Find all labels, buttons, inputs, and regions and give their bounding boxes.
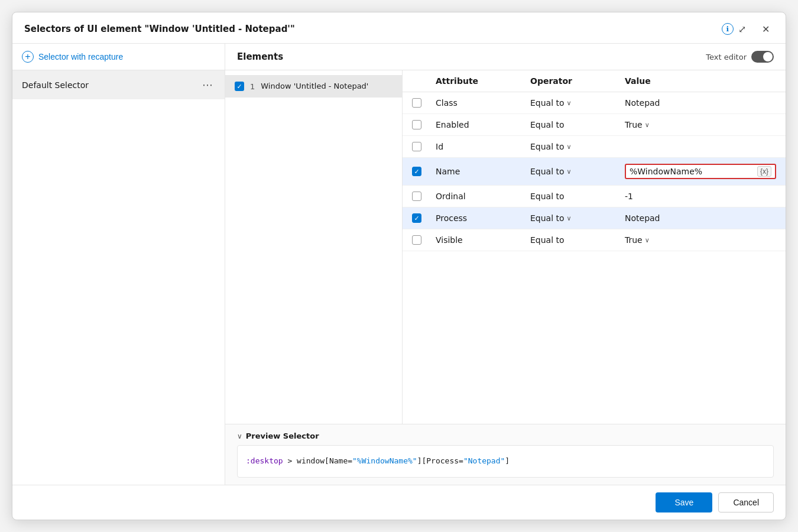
text-editor-section: Text editor <box>706 51 774 63</box>
checkbox-visible[interactable] <box>412 235 421 245</box>
attr-operator-name: Equal to ∨ <box>530 167 625 176</box>
preview-label: Preview Selector <box>246 432 319 440</box>
code-name-attr: Name <box>329 456 348 465</box>
attr-value-name: %WindowName% {x} <box>625 164 776 179</box>
close-button[interactable]: ✕ <box>757 21 774 37</box>
dialog: Selectors of UI element "Window 'Untitle… <box>12 12 786 520</box>
right-panel: Elements Text editor ✓ 1 Wind <box>225 44 786 485</box>
attr-value-ordinal: -1 <box>625 192 776 201</box>
attr-operator-id: Equal to ∨ <box>530 142 625 151</box>
selector-item[interactable]: Default Selector ⋯ <box>12 70 225 99</box>
tree-item-num: 1 <box>250 82 255 91</box>
checkbox-id[interactable] <box>412 142 421 151</box>
title-bar: Selectors of UI element "Window 'Untitle… <box>12 12 786 44</box>
attr-operator-class: Equal to ∨ <box>530 98 625 108</box>
code-name-val: "%WindowName%" <box>352 456 417 465</box>
attr-value-visible: True ∨ <box>625 235 776 245</box>
checkbox-ordinal[interactable] <box>412 192 421 201</box>
preview-code: :desktop > window[Name="%WindowName%"][P… <box>246 452 765 471</box>
code-window: window <box>297 456 325 465</box>
name-value-container: %WindowName% {x} <box>625 164 776 179</box>
header-value: Value <box>625 76 776 86</box>
tree-item[interactable]: ✓ 1 Window 'Untitled - Notepad' <box>225 75 402 98</box>
attr-name-visible: Visible <box>436 235 530 245</box>
save-button[interactable]: Save <box>656 492 712 512</box>
attr-operator-visible: Equal to <box>530 235 625 245</box>
attr-row-visible: Visible Equal to True ∨ <box>403 229 786 251</box>
attr-value-class: Notepad <box>625 98 776 108</box>
code-process-val: "Notepad" <box>463 456 505 465</box>
tree-checkbox[interactable]: ✓ <box>235 82 244 91</box>
attr-name-class: Class <box>436 98 530 108</box>
attr-name-enabled: Enabled <box>436 120 530 129</box>
chevron-down-icon[interactable]: ∨ <box>567 168 572 176</box>
chevron-down-icon[interactable]: ∨ <box>645 236 650 244</box>
attributes-table: Attribute Operator Value Class Equal to … <box>403 70 786 424</box>
title-actions: ⤢ ✕ <box>734 21 774 37</box>
attr-row-ordinal: Ordinal Equal to -1 <box>403 186 786 207</box>
plus-icon: + <box>22 51 34 63</box>
tree-item-label: Window 'Untitled - Notepad' <box>261 81 368 92</box>
elements-attributes: ✓ 1 Window 'Untitled - Notepad' Attribut… <box>225 70 786 424</box>
attr-value-process: Notepad <box>625 213 776 223</box>
checkbox-process[interactable] <box>412 213 421 223</box>
check-icon: ✓ <box>236 83 242 90</box>
selector-item-label: Default Selector <box>22 80 89 90</box>
code-process-attr: Process <box>426 456 459 465</box>
text-editor-label: Text editor <box>706 53 747 61</box>
add-selector-label: Selector with recapture <box>38 52 123 61</box>
attributes-header: Attribute Operator Value <box>403 70 786 92</box>
elements-label: Elements <box>237 51 283 62</box>
checkbox-enabled[interactable] <box>412 120 421 129</box>
attr-name-ordinal: Ordinal <box>436 192 530 201</box>
checkbox-name[interactable] <box>412 167 421 176</box>
attr-row-process: Process Equal to ∨ Notepad <box>403 207 786 229</box>
chevron-down-icon[interactable]: ∨ <box>645 121 650 129</box>
chevron-down-icon[interactable]: ∨ <box>567 143 572 151</box>
chevron-down-icon[interactable]: ∨ <box>567 215 572 222</box>
preview-box: :desktop > window[Name="%WindowName%"][P… <box>237 445 774 478</box>
footer: Save Cancel <box>12 485 786 520</box>
toggle-knob <box>763 52 773 61</box>
left-panel: + Selector with recapture Default Select… <box>12 44 225 485</box>
attr-row-id: Id Equal to ∨ <box>403 136 786 158</box>
chevron-down-icon[interactable]: ∨ <box>567 99 572 107</box>
three-dots-menu[interactable]: ⋯ <box>200 77 215 92</box>
preview-chevron-icon: ∨ <box>237 432 242 440</box>
info-icon[interactable]: ℹ <box>722 23 734 35</box>
variable-picker-button[interactable]: {x} <box>757 166 771 177</box>
cancel-button[interactable]: Cancel <box>718 492 774 512</box>
attr-name-process: Process <box>436 213 530 223</box>
expand-button[interactable]: ⤢ <box>734 21 750 37</box>
attr-operator-enabled: Equal to <box>530 120 625 129</box>
code-desktop: :desktop <box>246 456 283 465</box>
right-panel-header: Elements Text editor <box>225 44 786 70</box>
attr-operator-ordinal: Equal to <box>530 192 625 201</box>
main-content: + Selector with recapture Default Select… <box>12 44 786 485</box>
attr-value-enabled: True ∨ <box>625 120 776 129</box>
attr-row-class: Class Equal to ∨ Notepad <box>403 92 786 114</box>
code-arrow: > <box>287 456 297 465</box>
attr-row-name: Name Equal to ∨ %WindowName% {x} <box>403 158 786 186</box>
attr-name-id: Id <box>436 142 530 151</box>
attr-row-enabled: Enabled Equal to True ∨ <box>403 114 786 136</box>
elements-tree: ✓ 1 Window 'Untitled - Notepad' <box>225 70 403 424</box>
add-selector-button[interactable]: + Selector with recapture <box>12 44 225 70</box>
header-operator: Operator <box>530 76 625 86</box>
dialog-title: Selectors of UI element "Window 'Untitle… <box>24 24 717 34</box>
attr-name-name: Name <box>436 167 530 176</box>
preview-section: ∨ Preview Selector :desktop > window[Nam… <box>225 424 786 485</box>
checkbox-class[interactable] <box>412 98 421 108</box>
header-attribute: Attribute <box>436 76 530 86</box>
attr-operator-process: Equal to ∨ <box>530 213 625 223</box>
text-editor-toggle[interactable] <box>751 51 774 63</box>
name-value-text: %WindowName% <box>630 167 702 176</box>
preview-header[interactable]: ∨ Preview Selector <box>237 432 774 440</box>
